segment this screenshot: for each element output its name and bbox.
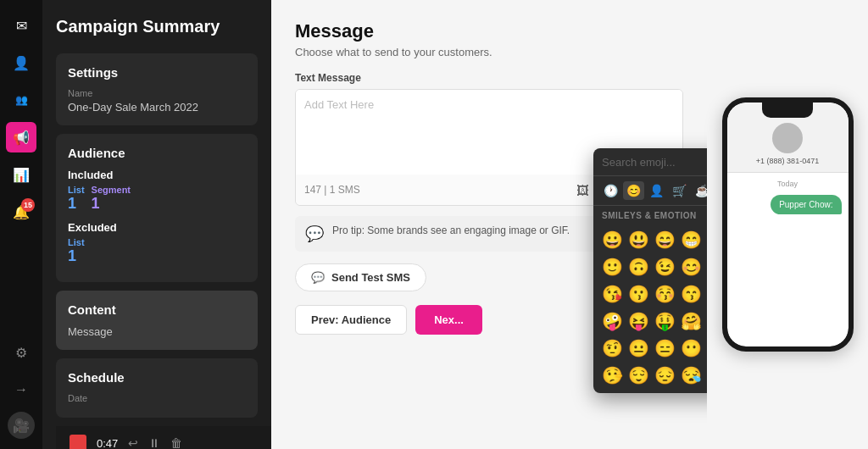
notification-badge: 15 <box>21 198 35 212</box>
name-label: Name <box>68 88 246 98</box>
emoji-item[interactable]: 😀 <box>600 227 625 252</box>
recent-cat-icon[interactable]: 🕐 <box>600 181 621 200</box>
phone-body: Today Pupper Chow: <box>727 173 849 346</box>
sidebar: Campaign Summary Settings Name One-Day S… <box>42 0 271 449</box>
list-tag: List 1 <box>68 185 85 213</box>
excluded-tags: List 1 <box>68 237 246 265</box>
megaphone-nav-icon[interactable]: 📢 <box>6 122 36 152</box>
emoji-item[interactable]: 😝 <box>626 308 651 334</box>
pause-icon[interactable]: ⏸ <box>148 436 160 449</box>
trash-icon[interactable]: 🗑 <box>170 436 182 449</box>
emoji-item[interactable]: 😆 <box>705 227 707 252</box>
schedule-section: Schedule Date <box>56 358 258 418</box>
schedule-title: Schedule <box>68 370 246 385</box>
emoji-item[interactable]: 🙃 <box>626 254 651 280</box>
emoji-item[interactable]: 🥲 <box>705 281 707 307</box>
bell-nav-icon[interactable]: 🔔 15 <box>6 197 36 227</box>
drink-cat-icon[interactable]: ☕ <box>692 181 707 200</box>
send-test-icon: 💬 <box>311 271 325 284</box>
name-value: One-Day Sale March 2022 <box>68 101 246 114</box>
pro-tip-icon: 💬 <box>305 224 324 243</box>
emoji-picker: 🔍 🕐 😊 👤 🛒 ☕ ⚽ 📋 💡 🎵 🏳 SMILEYS & EMOTION … <box>593 148 707 393</box>
excluded-list-tag-count: 1 <box>68 247 85 265</box>
page-subtitle: Choose what to send to your customers. <box>295 46 683 58</box>
text-message-label: Text Message <box>295 72 683 84</box>
included-row: Included List 1 Segment 1 <box>68 169 246 213</box>
segment-tag-label: Segment <box>92 185 131 195</box>
emoji-item[interactable]: 🤕 <box>600 390 625 393</box>
list-tag-count: 1 <box>68 195 85 213</box>
emoji-item[interactable]: 🤨 <box>600 335 625 361</box>
video-nav-icon[interactable]: 🎥 <box>8 412 35 439</box>
emoji-item[interactable]: 😪 <box>679 363 704 388</box>
emoji-item[interactable]: 😊 <box>679 254 704 280</box>
emoji-item[interactable]: 🤤 <box>705 363 707 388</box>
food-cat-icon[interactable]: 🛒 <box>669 181 690 200</box>
message-placeholder: Add Text Here <box>304 98 674 111</box>
content-section: Content Message <box>56 291 258 350</box>
emoji-item[interactable]: 😇 <box>705 254 707 280</box>
image-icon[interactable]: 🖼 <box>574 180 592 200</box>
icon-bar: ✉ 👤 👥 📢 📊 🔔 15 ⚙ → 🎥 <box>0 0 42 449</box>
emoji-item[interactable]: 🤧 <box>653 390 677 393</box>
page-title: Message <box>295 20 683 42</box>
excluded-list-tag-label: List <box>68 237 85 247</box>
phone-frame: +1 (888) 381-0471 Today Pupper Chow: <box>722 97 854 352</box>
emoji-item[interactable]: 🤑 <box>653 308 677 334</box>
group-nav-icon[interactable]: 👥 <box>6 85 36 115</box>
undo-icon[interactable]: ↩ <box>128 436 138 449</box>
person-nav-icon[interactable]: 👤 <box>6 47 36 78</box>
audience-title: Audience <box>68 146 246 160</box>
emoji-item[interactable]: 😃 <box>626 227 651 252</box>
emoji-search-bar: 🔍 <box>593 148 707 176</box>
emoji-item[interactable]: 😁 <box>679 227 704 252</box>
emoji-item[interactable]: 😑 <box>653 335 677 361</box>
emoji-item[interactable]: 😔 <box>653 363 677 388</box>
next-button[interactable]: Nex... <box>415 305 482 335</box>
main-content: Message Choose what to send to your cust… <box>271 0 707 449</box>
emoji-item[interactable]: 🤥 <box>600 363 625 388</box>
emoji-item[interactable]: 😗 <box>626 281 651 307</box>
logout-nav-icon[interactable]: → <box>6 374 36 405</box>
prev-button[interactable]: Prev: Audience <box>295 305 407 335</box>
phone-avatar <box>772 123 803 153</box>
emoji-item[interactable]: 😘 <box>600 281 625 307</box>
emoji-item[interactable]: 🥵 <box>679 390 704 393</box>
emoji-item[interactable]: 😉 <box>653 254 677 280</box>
chart-nav-icon[interactable]: 📊 <box>6 159 36 190</box>
timer-display: 0:47 <box>97 437 118 450</box>
phone-preview: +1 (888) 381-0471 Today Pupper Chow: <box>707 0 868 449</box>
smileys-cat-icon[interactable]: 😊 <box>623 181 644 200</box>
emoji-item[interactable]: 😄 <box>653 227 677 252</box>
emoji-item[interactable]: 😐 <box>626 335 651 361</box>
emoji-item[interactable]: 😶 <box>679 335 704 361</box>
phone-notch <box>762 103 813 118</box>
segment-tag-count: 1 <box>92 195 131 213</box>
emoji-item[interactable]: 😚 <box>653 281 677 307</box>
emoji-item[interactable]: 😌 <box>626 363 651 388</box>
date-label: Date <box>68 393 246 403</box>
cog-nav-icon[interactable]: ⚙ <box>6 337 36 368</box>
send-test-button[interactable]: 💬 Send Test SMS <box>295 263 426 291</box>
phone-date: Today <box>734 180 842 188</box>
emoji-categories: 🕐 😊 👤 🛒 ☕ ⚽ 📋 💡 🎵 🏳 <box>593 176 707 206</box>
emoji-section-label: SMILEYS & EMOTION <box>593 206 707 224</box>
emoji-item[interactable]: 😏 <box>705 335 707 361</box>
emoji-search-input[interactable] <box>602 156 707 169</box>
emoji-item[interactable]: 🥶 <box>705 390 707 393</box>
emoji-item[interactable]: 🤭 <box>705 308 707 334</box>
emoji-item[interactable]: 🙂 <box>600 254 625 280</box>
list-tag-label: List <box>68 185 85 195</box>
excluded-list-tag: List 1 <box>68 237 85 265</box>
emoji-item[interactable]: 😙 <box>679 281 704 307</box>
emoji-item[interactable]: 🤪 <box>600 308 625 334</box>
emoji-item[interactable]: 🤗 <box>679 308 704 334</box>
phone-bubble: Pupper Chow: <box>771 195 841 214</box>
included-tags: List 1 Segment 1 <box>68 185 246 213</box>
mail-nav-icon[interactable]: ✉ <box>6 10 36 41</box>
record-button[interactable] <box>70 435 86 449</box>
emoji-item[interactable]: 🤢 <box>626 390 651 393</box>
people-cat-icon[interactable]: 👤 <box>646 181 667 200</box>
sms-count: 147 | 1 SMS <box>304 184 360 196</box>
emoji-grid: 😀😃😄😁😆😅😂🤣🙂🙃😉😊😇🥰😍🤩😘😗😚😙🥲😋😛😜🤪😝🤑🤗🤭🤫🤔🤐🤨😐😑😶😏😒🙄😬… <box>593 224 707 393</box>
